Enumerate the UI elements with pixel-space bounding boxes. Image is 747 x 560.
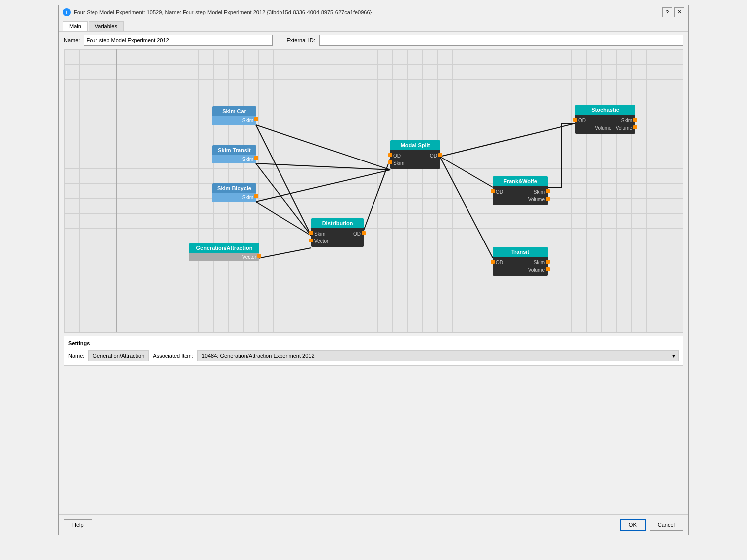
node-skim-bicycle-title: Skim Bicycle xyxy=(212,183,256,193)
node-skim-car-title: Skim Car xyxy=(212,106,256,116)
node-distribution[interactable]: Distribution Skim OD Vector xyxy=(311,218,364,247)
settings-assoc-value: 10484: Generation/Attraction Experiment … xyxy=(202,353,315,359)
tab-variables[interactable]: Variables xyxy=(89,21,124,31)
ext-id-input[interactable] xyxy=(319,35,683,46)
tabs-row: Main Variables xyxy=(59,19,688,32)
node-stochastic-title: Stochastic xyxy=(575,105,635,115)
node-skim-bicycle-port: Skim xyxy=(212,193,256,202)
node-skim-transit-port: Skim xyxy=(212,155,256,163)
node-skim-transit-title: Skim Transit xyxy=(212,145,256,155)
node-transit[interactable]: Transit OD Skim Volume xyxy=(493,247,548,276)
ext-id-label: External ID: xyxy=(286,37,315,43)
app-icon: i xyxy=(63,8,71,16)
node-transit-body: OD Skim Volume xyxy=(493,257,548,276)
node-skim-bicycle[interactable]: Skim Bicycle Skim xyxy=(212,183,256,202)
node-generation-port: Vector xyxy=(189,253,259,261)
node-skim-transit[interactable]: Skim Transit Skim xyxy=(212,145,256,163)
node-frank-wolfe[interactable]: Frank&Wolfe OD Skim Volume xyxy=(493,176,548,205)
dropdown-arrow-icon: ▼ xyxy=(671,353,676,359)
node-frank-wolfe-body: OD Skim Volume xyxy=(493,186,548,205)
help-button[interactable]: ? xyxy=(662,7,672,17)
window-title: Four-Step Model Experiment: 10529, Name:… xyxy=(74,9,372,15)
cancel-btn[interactable]: Cancel xyxy=(650,519,683,531)
name-row: Name: External ID: xyxy=(59,32,688,49)
node-modal-split-title: Modal Split xyxy=(390,140,440,150)
name-label: Name: xyxy=(64,37,80,43)
node-skim-car[interactable]: Skim Car Skim xyxy=(212,106,256,125)
vertical-line-1 xyxy=(116,49,117,332)
node-stochastic[interactable]: Stochastic OD Skim Volume Volume xyxy=(575,105,635,134)
settings-name-value: Generation/Attraction xyxy=(88,350,149,361)
settings-title: Settings xyxy=(68,340,679,346)
node-skim-car-port: Skim xyxy=(212,116,256,125)
settings-panel: Settings Name: Generation/Attraction Ass… xyxy=(64,336,683,366)
name-input[interactable] xyxy=(84,35,273,46)
settings-assoc-label: Associated Item: xyxy=(153,353,193,359)
settings-name-label: Name: xyxy=(68,353,84,359)
node-generation[interactable]: Generation/Attraction Vector xyxy=(189,243,259,261)
help-btn[interactable]: Help xyxy=(64,519,92,530)
close-button[interactable]: ✕ xyxy=(674,7,684,17)
node-stochastic-body: OD Skim Volume Volume xyxy=(575,115,635,134)
title-bar: i Four-Step Model Experiment: 10529, Nam… xyxy=(59,5,688,19)
node-distribution-title: Distribution xyxy=(311,218,364,228)
node-transit-title: Transit xyxy=(493,247,548,257)
node-frank-wolfe-title: Frank&Wolfe xyxy=(493,176,548,186)
settings-assoc-dropdown[interactable]: 10484: Generation/Attraction Experiment … xyxy=(197,350,679,361)
ok-btn[interactable]: OK xyxy=(620,519,646,531)
node-generation-title: Generation/Attraction xyxy=(189,243,259,253)
tab-main[interactable]: Main xyxy=(63,21,88,31)
node-modal-split-body: OD OD Skim xyxy=(390,150,440,169)
grid-background xyxy=(64,49,683,332)
bottom-bar: Help OK Cancel xyxy=(59,514,688,535)
node-modal-split[interactable]: Modal Split OD OD Skim xyxy=(390,140,440,169)
node-distribution-body: Skim OD Vector xyxy=(311,228,364,247)
canvas-area: Skim Car Skim Skim Transit Skim Skim Bic… xyxy=(64,49,683,333)
main-window: i Four-Step Model Experiment: 10529, Nam… xyxy=(58,5,689,535)
